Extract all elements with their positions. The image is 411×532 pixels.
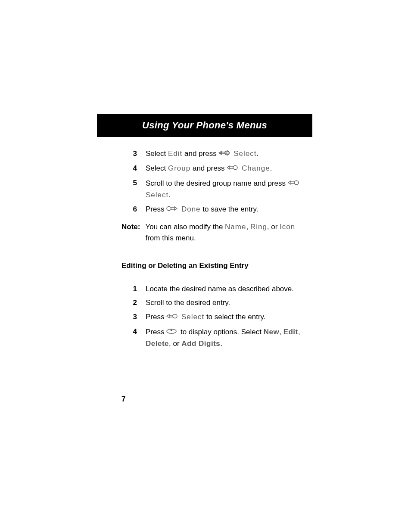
estep-1: 1 Locate the desired name as described a… xyxy=(121,282,307,296)
estep-2: 2 Scroll to the desired entry. xyxy=(121,296,307,310)
text: Locate the desired name as described abo… xyxy=(146,285,294,293)
note-label: Note: xyxy=(121,221,140,244)
estep-3: 3 Press Select to select the entry. xyxy=(121,310,307,324)
softkey-label-select: Select xyxy=(234,149,256,158)
step-body: Scroll to the desired group name and pre… xyxy=(137,177,307,201)
text: , or xyxy=(267,223,280,231)
page-number: 7 xyxy=(121,395,125,404)
step-number: 1 xyxy=(121,283,137,295)
step-number: 4 xyxy=(121,326,137,337)
step-number: 6 xyxy=(121,204,137,215)
section-heading: Editing or Deleting an Existing Entry xyxy=(121,260,307,271)
step-body: Select Group and press Change. xyxy=(137,162,307,174)
svg-point-4 xyxy=(294,180,299,184)
text: Press xyxy=(146,327,166,336)
step-3: 3 Select Edit and press Select. xyxy=(121,146,307,161)
option-edit: Edit xyxy=(283,327,298,336)
right-softkey-icon xyxy=(288,177,299,189)
step-number: 3 xyxy=(121,311,137,323)
step-body: Press to display options. Select New, Ed… xyxy=(137,326,307,350)
text: from this menu. xyxy=(145,234,196,242)
right-softkey-icon xyxy=(227,162,238,174)
svg-point-7 xyxy=(167,207,171,211)
step-6: 6 Press Done to save the entry. xyxy=(121,202,307,217)
step-number: 2 xyxy=(121,297,137,308)
text: Select xyxy=(146,149,168,158)
text: and press xyxy=(190,164,227,172)
text: to save the entry. xyxy=(201,205,258,213)
step-number: 4 xyxy=(121,163,137,174)
softkey-label-select: Select xyxy=(146,191,168,199)
text: . xyxy=(270,164,272,172)
svg-point-1 xyxy=(233,166,237,170)
text: and press xyxy=(182,149,218,158)
text: , or xyxy=(169,339,181,348)
left-softkey-icon xyxy=(166,203,177,215)
text: Scroll to the desired entry. xyxy=(146,299,230,307)
page: Using Your Phone's Menus 3 Select Edit a… xyxy=(0,0,411,532)
text: Scroll to the desired group name and pre… xyxy=(146,179,288,187)
text: . xyxy=(256,149,258,158)
phone-label-name: Name xyxy=(225,223,246,231)
phone-label-edit: Edit xyxy=(168,149,182,158)
note: Note: You can also modify the Name, Ring… xyxy=(121,217,307,244)
text: to display options. Select xyxy=(178,327,264,336)
text: Select xyxy=(146,164,168,172)
phone-label-icon: Icon xyxy=(280,223,295,231)
svg-rect-14 xyxy=(171,330,172,331)
option-add-digits: Add Digits xyxy=(181,339,220,348)
option-delete: Delete xyxy=(146,339,169,348)
step-5: 5 Scroll to the desired group name and p… xyxy=(121,176,307,202)
step-body: Press Select to select the entry. xyxy=(137,311,307,323)
text: , xyxy=(298,327,300,336)
page-title: Using Your Phone's Menus xyxy=(142,120,267,131)
text: . xyxy=(220,339,222,348)
page-title-bar: Using Your Phone's Menus xyxy=(97,114,312,137)
softkey-label-done: Done xyxy=(181,205,201,213)
phone-label-group: Group xyxy=(168,164,190,172)
text: to select the entry. xyxy=(204,313,265,321)
svg-point-10 xyxy=(173,314,177,318)
phone-label-ring: Ring xyxy=(250,223,267,231)
text: You can also modify the xyxy=(145,223,225,231)
step-body: Press Done to save the entry. xyxy=(137,203,307,215)
step-body: Select Edit and press Select. xyxy=(137,148,307,160)
page-content: 3 Select Edit and press Select. 4 Select… xyxy=(121,146,307,351)
right-softkey-icon xyxy=(166,311,177,322)
option-new: New xyxy=(264,327,279,336)
softkey-label-select: Select xyxy=(181,313,204,321)
note-body: You can also modify the Name, Ring, or I… xyxy=(140,221,307,244)
step-body: Scroll to the desired entry. xyxy=(137,297,307,308)
right-softkey-icon xyxy=(218,148,230,159)
softkey-label-change: Change xyxy=(242,164,270,172)
step-number: 5 xyxy=(121,177,137,189)
text: Press xyxy=(146,313,166,321)
estep-4: 4 Press to display options. Select New, … xyxy=(121,325,307,351)
text: , xyxy=(279,327,283,336)
text: Press xyxy=(146,205,166,213)
menu-key-icon xyxy=(166,326,177,337)
step-4: 4 Select Group and press Change. xyxy=(121,161,307,176)
step-body: Locate the desired name as described abo… xyxy=(137,283,307,295)
step-number: 3 xyxy=(121,148,137,159)
text: , xyxy=(246,223,250,231)
text: . xyxy=(168,191,171,199)
